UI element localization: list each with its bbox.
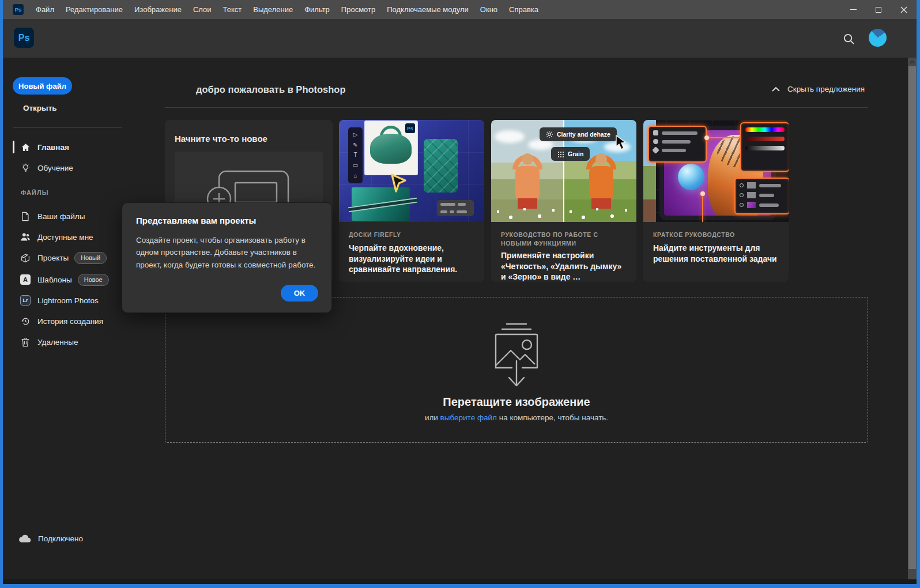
menu-plugins[interactable]: Подключаемые модули — [381, 0, 474, 19]
menu-edit[interactable]: Редактирование — [60, 0, 129, 19]
firefly-boards-card[interactable]: ▷ ✎ T ▭ ⌂ Ps ДОСКИ F — [339, 120, 484, 282]
templates-new-badge: Новое — [78, 274, 109, 286]
card-title: Найдите инструменты для решения поставле… — [653, 243, 779, 264]
hide-suggestions[interactable]: Скрыть предложения — [772, 85, 865, 93]
select-tool-icon: ▷ — [353, 132, 358, 138]
lightroom-icon: Lr — [20, 295, 31, 306]
history-icon — [20, 316, 31, 326]
image-dropzone[interactable]: Перетащите изображение или выберите файл… — [165, 297, 868, 443]
new-file-button[interactable]: Новый файл — [13, 77, 72, 95]
maximize-icon — [876, 7, 881, 13]
tiger-card-image — [643, 120, 789, 222]
vertical-scrollbar[interactable] — [908, 58, 917, 579]
menu-help[interactable]: Справка — [503, 0, 544, 19]
connector-dot — [704, 135, 709, 140]
app-header: Ps — [3, 19, 917, 58]
templates-icon: A — [20, 274, 31, 285]
projects-intro-popup: Представляем вам проекты Создайте проект… — [122, 202, 332, 313]
menu-layers[interactable]: Слои — [187, 0, 217, 19]
sidebar-item-history[interactable]: История создания — [3, 312, 159, 330]
grain-icon — [557, 151, 564, 157]
close-icon — [900, 6, 907, 13]
open-button[interactable]: Открыть — [23, 104, 57, 112]
menu-select[interactable]: Выделение — [247, 0, 299, 19]
card-kicker: РУКОВОДСТВО ПО РАБОТЕ С НОВЫМИ ФУНКЦИЯМИ — [501, 231, 627, 248]
scroll-up-icon — [910, 61, 915, 64]
avatar[interactable] — [869, 29, 887, 47]
handbag-photo: Ps — [365, 121, 417, 175]
title-bar: Ps Файл Редактирование Изображение Слои … — [3, 0, 917, 19]
card-kicker: ДОСКИ FIREFLY — [349, 231, 474, 239]
projects-new-badge: Новый — [74, 252, 107, 264]
ps-app-icon: Ps — [13, 4, 24, 15]
shape-tool-icon: ✎ — [353, 142, 357, 148]
zipper-line — [348, 198, 417, 213]
files-section-heading: ФАЙЛЫ — [21, 189, 48, 196]
clarity-icon — [546, 131, 553, 138]
sidebar-item-deleted[interactable]: Удаленные — [3, 333, 159, 350]
new-features-card[interactable]: Clarity and dehaze Grain РУКОВОДСТВО ПО … — [491, 120, 636, 282]
generate-tool-icon: ⌂ — [353, 173, 357, 179]
connector-line — [702, 194, 703, 222]
firefly-cursor-icon — [389, 173, 408, 194]
card-title: Применяйте настройки «Четкость», «Удалит… — [501, 250, 627, 282]
ps-logo: Ps — [14, 28, 34, 48]
text-tool-icon: T — [353, 152, 357, 158]
sidebar-divider — [13, 127, 122, 128]
search-button[interactable] — [840, 30, 857, 47]
sidebar-item-learn[interactable]: Обучение — [3, 159, 159, 176]
menu-window[interactable]: Окно — [474, 0, 503, 19]
quick-guide-card[interactable]: КРАТКОЕ РУКОВОДСТВО Найдите инструменты … — [643, 120, 789, 282]
photoshop-window: Ps Файл Редактирование Изображение Слои … — [3, 0, 917, 584]
minimize-button[interactable] — [840, 0, 866, 19]
clarity-chip: Clarity and dehaze — [540, 127, 617, 141]
maximize-button[interactable] — [866, 0, 891, 19]
projects-icon — [20, 252, 31, 263]
grain-chip: Grain — [551, 147, 590, 161]
scrollbar-thumb[interactable] — [908, 66, 916, 569]
popup-title: Представляем вам проекты — [136, 216, 256, 225]
connector-dot — [700, 191, 705, 196]
home-icon — [20, 142, 31, 152]
search-icon — [842, 32, 855, 46]
menu-image[interactable]: Изображение — [129, 0, 187, 19]
sidebar-item-home[interactable]: Главная — [3, 138, 159, 156]
image-stack-icon — [488, 321, 545, 389]
color-panel — [740, 122, 789, 172]
menu-filter[interactable]: Фильтр — [299, 0, 335, 19]
people-icon — [20, 232, 31, 242]
chevron-up-icon — [772, 86, 780, 92]
leather-texture-swatch — [424, 139, 458, 193]
dropzone-title: Перетащите изображение — [443, 395, 590, 409]
tools-panel — [648, 126, 707, 163]
before-after-image: Clarity and dehaze Grain — [491, 120, 636, 222]
scroll-up-button[interactable] — [908, 58, 917, 66]
card-kicker: КРАТКОЕ РУКОВОДСТВО — [653, 231, 779, 239]
menu-view[interactable]: Просмотр — [335, 0, 381, 19]
start-card-title: Начните что-то новое — [175, 134, 267, 144]
minimize-icon — [850, 9, 857, 10]
welcome-title: добро пожаловать в Photoshop — [196, 84, 346, 95]
popup-ok-button[interactable]: OK — [281, 285, 318, 301]
menu-file[interactable]: Файл — [30, 0, 60, 19]
cloud-icon — [18, 534, 31, 543]
close-button[interactable] — [891, 0, 917, 19]
firefly-toolbar: ▷ ✎ T ▭ ⌂ — [348, 127, 363, 183]
pointer-cursor-icon — [616, 135, 628, 150]
window-bottom-edge — [3, 579, 917, 584]
file-icon — [20, 211, 31, 221]
lightbulb-icon — [20, 163, 31, 173]
dropzone-subtitle: или выберите файл на компьютере, чтобы н… — [425, 413, 608, 422]
connector-line — [707, 137, 740, 138]
popup-body: Создайте проект, чтобы организовать рабо… — [136, 234, 322, 271]
menu-type[interactable]: Текст — [217, 0, 248, 19]
prompt-bar — [437, 200, 474, 216]
active-indicator — [13, 141, 14, 153]
layers-panel — [734, 178, 789, 214]
ps-badge: Ps — [405, 123, 415, 133]
card-title: Черпайте вдохновение, визуализируйте иде… — [349, 243, 474, 274]
frame-tool-icon: ▭ — [353, 163, 358, 168]
header-divider — [165, 107, 868, 108]
choose-file-link[interactable]: выберите файл — [440, 413, 497, 422]
bag-body — [370, 134, 412, 164]
